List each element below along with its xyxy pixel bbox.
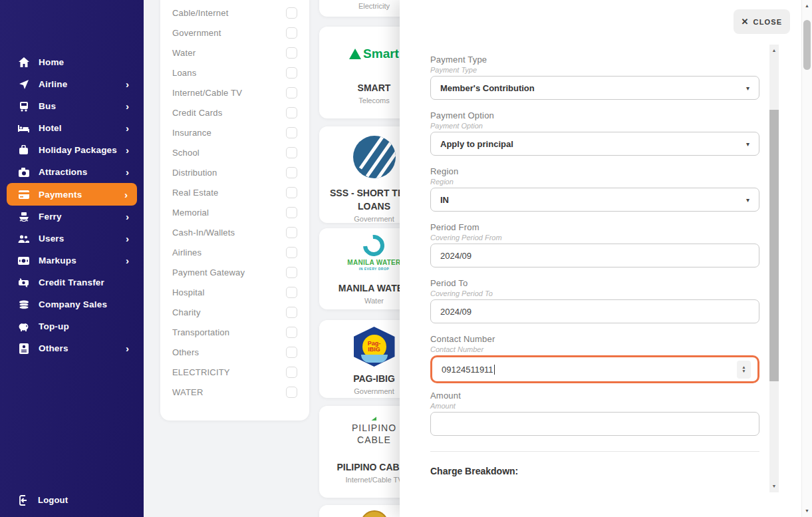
filter-checkbox[interactable] (286, 307, 297, 318)
sidebar-item-attractions[interactable]: Attractions › (0, 161, 144, 183)
gold-seal-logo (360, 510, 388, 517)
select-value: Apply to principal (440, 139, 513, 149)
sidebar-item-holiday-packages[interactable]: Holiday Packages › (0, 139, 144, 161)
filter-checkbox[interactable] (286, 367, 297, 378)
smart-logo-triangle (349, 49, 361, 59)
filter-checkbox[interactable] (286, 387, 297, 398)
chevron-right-icon: › (126, 212, 129, 222)
scroll-down-icon[interactable]: ▼ (802, 506, 812, 516)
caret-down-icon: ▾ (746, 140, 749, 148)
number-spinner[interactable]: ▲ ▼ (737, 361, 751, 379)
sss-logo (353, 136, 396, 178)
sidebar-item-company-sales[interactable]: Company Sales (0, 293, 144, 315)
sidebar-item-label: Ferry (39, 212, 62, 222)
period-from-input[interactable]: 2024/09 (430, 244, 759, 267)
payment-type-select[interactable]: Member's Contribution ▾ (430, 76, 759, 100)
biller-category: Water (364, 297, 384, 305)
sidebar-item-payments[interactable]: Payments › (7, 183, 137, 206)
filter-checkbox[interactable] (286, 27, 297, 39)
sidebar-item-label: Credit Transfer (39, 277, 104, 287)
biller-title: SMART (356, 81, 392, 94)
text-cursor (494, 365, 495, 375)
sidebar-item-credit-transfer[interactable]: Credit Transfer (0, 271, 144, 293)
filter-checkbox[interactable] (286, 7, 297, 19)
payment-option-select[interactable]: Apply to principal ▾ (430, 132, 759, 156)
sidebar-item-ferry[interactable]: Ferry › (0, 206, 144, 228)
sidebar-item-users[interactable]: Users › (0, 228, 144, 250)
modal-scrollbar-thumb[interactable] (769, 110, 779, 381)
field-sublabel: Covering Period From (430, 234, 759, 242)
filter-checkbox[interactable] (286, 187, 297, 198)
filter-checkbox[interactable] (286, 347, 297, 358)
manila-water-logo-text: MANILA WATER (347, 259, 400, 266)
charge-breakdown-heading: Charge Breakdown: (430, 466, 759, 476)
sidebar-item-label: Markups (39, 256, 76, 265)
period-to-input[interactable]: 2024/09 (430, 299, 759, 323)
sidebar-item-label: Attractions (39, 167, 87, 177)
filter-checkbox[interactable] (286, 267, 297, 278)
amount-input[interactable] (430, 412, 759, 436)
filter-checkbox[interactable] (286, 247, 297, 258)
input-value: 09124511911 (442, 365, 493, 375)
manila-water-swirl (359, 230, 389, 260)
sidebar-item-home[interactable]: Home (0, 51, 144, 73)
sidebar-item-hotel[interactable]: Hotel › (0, 117, 144, 139)
chevron-right-icon: › (126, 145, 129, 155)
close-button[interactable]: ✕ CLOSE (734, 9, 790, 34)
sidebar-item-top-up[interactable]: Top-up (0, 315, 144, 337)
bus-icon (18, 100, 29, 112)
filter-checkbox[interactable] (286, 287, 297, 298)
page-scrollbar[interactable]: ▲ ▼ (801, 0, 812, 517)
scroll-down-icon[interactable]: ▼ (769, 482, 779, 491)
filter-row: Insurance (160, 122, 309, 142)
payment-form-modal: ✕ CLOSE Payment Type Payment Type Member… (400, 0, 812, 517)
sidebar-item-markups[interactable]: Markups › (0, 250, 144, 271)
biller-category: Government (354, 215, 394, 223)
filter-checkbox[interactable] (286, 327, 297, 338)
pag-ibig-logo: Pag-IBIG (354, 327, 395, 367)
filter-row: Airlines (160, 242, 309, 262)
field-region: Region Region IN ▾ (430, 167, 759, 212)
id-card-icon (18, 343, 29, 354)
modal-scrollbar[interactable]: ▲ ▼ (769, 45, 779, 492)
scroll-up-icon[interactable]: ▲ (802, 1, 812, 11)
sidebar-item-label: Home (39, 57, 64, 67)
filter-checkbox[interactable] (286, 67, 297, 79)
filter-checkbox[interactable] (286, 147, 297, 158)
filter-checkbox[interactable] (286, 87, 297, 98)
filter-row: Loans (160, 63, 309, 83)
field-label: Payment Type (430, 55, 759, 65)
filter-label: WATER (172, 387, 286, 397)
filter-checkbox[interactable] (286, 167, 297, 178)
biller-category: Government (354, 387, 394, 395)
category-filter-panel: Cable/Internet Government Water Loans In… (160, 0, 309, 421)
region-select[interactable]: IN ▾ (430, 188, 759, 212)
page-scrollbar-thumb[interactable] (803, 20, 811, 70)
divider (430, 451, 759, 452)
sidebar-item-label: Top-up (39, 321, 69, 331)
sidebar-item-label: Airline (39, 79, 67, 89)
filter-row: Cash-In/Wallets (160, 222, 309, 242)
filter-checkbox[interactable] (286, 207, 297, 218)
sidebar-item-label: Holiday Packages (39, 145, 117, 155)
filter-label: Transportation (172, 327, 286, 337)
filter-row: Real Estate (160, 182, 309, 202)
manila-water-logo: MANILA WATER IN EVERY DROP (347, 235, 400, 271)
field-label: Amount (430, 391, 759, 401)
filter-checkbox[interactable] (286, 107, 297, 118)
filter-checkbox[interactable] (286, 47, 297, 59)
sidebar-item-bus[interactable]: Bus › (0, 95, 144, 117)
chevron-right-icon: › (126, 167, 129, 177)
filter-row: WATER (160, 382, 309, 402)
contact-number-input[interactable]: 09124511911 ▲ ▼ (430, 355, 759, 383)
filter-checkbox[interactable] (286, 227, 297, 238)
filter-checkbox[interactable] (286, 127, 297, 138)
filter-row: Distribution (160, 162, 309, 182)
scroll-up-icon[interactable]: ▲ (769, 46, 779, 55)
logout-button[interactable]: Logout (18, 494, 68, 506)
sidebar-item-others[interactable]: Others › (0, 337, 144, 359)
sidebar-item-airline[interactable]: Airline › (0, 73, 144, 95)
filter-label: Memorial (172, 208, 286, 218)
filter-row: Transportation (160, 322, 309, 342)
filter-label: Cable/Internet (172, 8, 286, 18)
